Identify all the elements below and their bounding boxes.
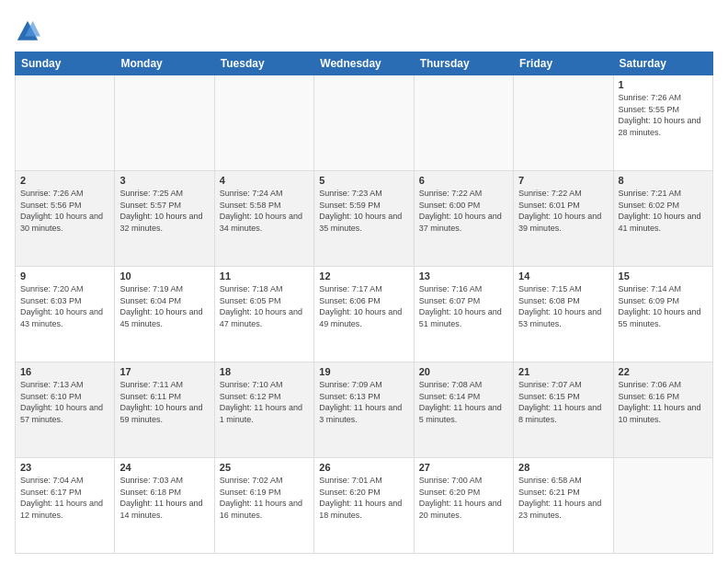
day-info: Sunrise: 7:23 AM Sunset: 5:59 PM Dayligh… [319,188,408,234]
day-info: Sunrise: 7:02 AM Sunset: 6:19 PM Dayligh… [220,475,309,521]
day-number: 13 [419,270,508,282]
day-number: 20 [419,366,508,377]
weekday-header-friday: Friday [514,52,613,75]
day-info: Sunrise: 7:13 AM Sunset: 6:10 PM Dayligh… [20,379,109,425]
day-number: 21 [518,366,608,377]
weekday-header-sunday: Sunday [16,52,115,75]
calendar-cell [414,75,513,171]
day-info: Sunrise: 7:10 AM Sunset: 6:12 PM Dayligh… [220,379,309,425]
day-number: 12 [319,270,408,282]
day-number: 3 [119,175,209,186]
day-number: 6 [419,175,508,186]
week-row-4: 23Sunrise: 7:04 AM Sunset: 6:17 PM Dayli… [16,458,713,554]
day-number: 5 [319,175,408,186]
page: SundayMondayTuesdayWednesdayThursdayFrid… [0,0,728,563]
day-number: 27 [419,462,508,473]
day-number: 10 [119,270,209,282]
day-number: 17 [119,366,209,377]
logo [15,18,44,44]
day-info: Sunrise: 7:04 AM Sunset: 6:17 PM Dayligh… [20,475,109,521]
day-number: 24 [119,462,209,473]
day-info: Sunrise: 7:11 AM Sunset: 6:11 PM Dayligh… [119,379,209,425]
day-number: 26 [319,462,408,473]
day-number: 23 [20,462,109,473]
calendar-cell: 1Sunrise: 7:26 AM Sunset: 5:55 PM Daylig… [613,75,712,171]
week-row-3: 16Sunrise: 7:13 AM Sunset: 6:10 PM Dayli… [16,362,713,458]
calendar-cell [115,75,214,171]
calendar-cell: 26Sunrise: 7:01 AM Sunset: 6:20 PM Dayli… [314,458,414,554]
calendar-cell [613,458,712,554]
calendar-cell: 28Sunrise: 6:58 AM Sunset: 6:21 PM Dayli… [514,458,613,554]
calendar-cell: 15Sunrise: 7:14 AM Sunset: 6:09 PM Dayli… [613,267,712,362]
day-info: Sunrise: 7:25 AM Sunset: 5:57 PM Dayligh… [119,188,209,234]
day-info: Sunrise: 7:22 AM Sunset: 6:01 PM Dayligh… [518,188,608,234]
calendar-cell: 25Sunrise: 7:02 AM Sunset: 6:19 PM Dayli… [214,458,313,554]
calendar-table: SundayMondayTuesdayWednesdayThursdayFrid… [15,52,713,554]
day-number: 9 [20,270,109,282]
calendar-cell: 3Sunrise: 7:25 AM Sunset: 5:57 PM Daylig… [115,171,214,267]
day-info: Sunrise: 7:16 AM Sunset: 6:07 PM Dayligh… [419,283,508,329]
day-info: Sunrise: 6:58 AM Sunset: 6:21 PM Dayligh… [518,475,608,521]
calendar-cell: 17Sunrise: 7:11 AM Sunset: 6:11 PM Dayli… [115,362,214,458]
day-number: 11 [220,270,309,282]
calendar-cell: 27Sunrise: 7:00 AM Sunset: 6:20 PM Dayli… [414,458,513,554]
day-info: Sunrise: 7:00 AM Sunset: 6:20 PM Dayligh… [419,475,508,521]
calendar-cell: 21Sunrise: 7:07 AM Sunset: 6:15 PM Dayli… [514,362,613,458]
calendar-cell: 13Sunrise: 7:16 AM Sunset: 6:07 PM Dayli… [414,267,513,362]
day-info: Sunrise: 7:19 AM Sunset: 6:04 PM Dayligh… [119,283,209,329]
calendar-cell: 11Sunrise: 7:18 AM Sunset: 6:05 PM Dayli… [214,267,313,362]
calendar-cell [314,75,414,171]
day-number: 16 [20,366,109,377]
calendar-cell: 12Sunrise: 7:17 AM Sunset: 6:06 PM Dayli… [314,267,414,362]
day-info: Sunrise: 7:24 AM Sunset: 5:58 PM Dayligh… [220,188,309,234]
calendar-cell: 6Sunrise: 7:22 AM Sunset: 6:00 PM Daylig… [414,171,513,267]
calendar-cell: 9Sunrise: 7:20 AM Sunset: 6:03 PM Daylig… [16,267,115,362]
week-row-2: 9Sunrise: 7:20 AM Sunset: 6:03 PM Daylig… [16,267,713,362]
calendar-cell: 22Sunrise: 7:06 AM Sunset: 6:16 PM Dayli… [613,362,712,458]
day-number: 2 [20,175,109,186]
calendar-cell: 4Sunrise: 7:24 AM Sunset: 5:58 PM Daylig… [214,171,313,267]
calendar-cell: 14Sunrise: 7:15 AM Sunset: 6:08 PM Dayli… [514,267,613,362]
calendar-cell [214,75,313,171]
week-row-1: 2Sunrise: 7:26 AM Sunset: 5:56 PM Daylig… [16,171,713,267]
header [15,15,713,44]
day-info: Sunrise: 7:09 AM Sunset: 6:13 PM Dayligh… [319,379,408,425]
calendar-cell: 20Sunrise: 7:08 AM Sunset: 6:14 PM Dayli… [414,362,513,458]
day-info: Sunrise: 7:22 AM Sunset: 6:00 PM Dayligh… [419,188,508,234]
day-info: Sunrise: 7:18 AM Sunset: 6:05 PM Dayligh… [220,283,309,329]
week-row-0: 1Sunrise: 7:26 AM Sunset: 5:55 PM Daylig… [16,75,713,171]
day-info: Sunrise: 7:14 AM Sunset: 6:09 PM Dayligh… [619,283,708,329]
day-info: Sunrise: 7:08 AM Sunset: 6:14 PM Dayligh… [419,379,508,425]
weekday-header-monday: Monday [115,52,214,75]
calendar-cell: 24Sunrise: 7:03 AM Sunset: 6:18 PM Dayli… [115,458,214,554]
calendar-cell: 18Sunrise: 7:10 AM Sunset: 6:12 PM Dayli… [214,362,313,458]
day-number: 28 [518,462,608,473]
weekday-header-saturday: Saturday [613,52,712,75]
calendar-cell: 19Sunrise: 7:09 AM Sunset: 6:13 PM Dayli… [314,362,414,458]
calendar-cell [16,75,115,171]
day-number: 15 [619,270,708,282]
calendar-cell [514,75,613,171]
day-number: 1 [619,79,708,90]
day-info: Sunrise: 7:26 AM Sunset: 5:56 PM Dayligh… [20,188,109,234]
calendar-cell: 2Sunrise: 7:26 AM Sunset: 5:56 PM Daylig… [16,171,115,267]
day-info: Sunrise: 7:17 AM Sunset: 6:06 PM Dayligh… [319,283,408,329]
weekday-header-tuesday: Tuesday [214,52,313,75]
day-number: 4 [220,175,309,186]
day-number: 8 [619,175,708,186]
day-info: Sunrise: 7:06 AM Sunset: 6:16 PM Dayligh… [619,379,708,425]
calendar-cell: 10Sunrise: 7:19 AM Sunset: 6:04 PM Dayli… [115,267,214,362]
day-number: 25 [220,462,309,473]
day-info: Sunrise: 7:01 AM Sunset: 6:20 PM Dayligh… [319,475,408,521]
logo-icon [15,18,40,44]
day-info: Sunrise: 7:20 AM Sunset: 6:03 PM Dayligh… [20,283,109,329]
weekday-header-wednesday: Wednesday [314,52,414,75]
day-number: 7 [518,175,608,186]
day-info: Sunrise: 7:26 AM Sunset: 5:55 PM Dayligh… [619,92,708,138]
weekday-header-thursday: Thursday [414,52,513,75]
day-info: Sunrise: 7:03 AM Sunset: 6:18 PM Dayligh… [119,475,209,521]
day-info: Sunrise: 7:07 AM Sunset: 6:15 PM Dayligh… [518,379,608,425]
calendar-cell: 23Sunrise: 7:04 AM Sunset: 6:17 PM Dayli… [16,458,115,554]
day-number: 19 [319,366,408,377]
calendar-cell: 16Sunrise: 7:13 AM Sunset: 6:10 PM Dayli… [16,362,115,458]
